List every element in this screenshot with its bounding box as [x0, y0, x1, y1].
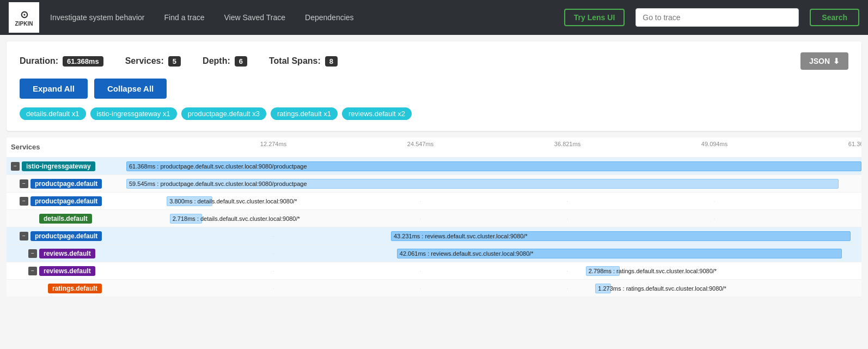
service-badge: productpage.default	[30, 231, 102, 241]
timeline-cell: ····2.718ms : details.default.svc.cluste…	[126, 211, 861, 226]
span-label: 61.368ms : productpage.default.svc.clust…	[129, 163, 307, 170]
goto-trace-input[interactable]	[635, 8, 799, 27]
span-bar[interactable]: 43.231ms : reviews.default.svc.cluster.l…	[391, 231, 851, 241]
download-icon: ⬇	[833, 57, 840, 65]
timeline-dot: ·	[567, 198, 568, 203]
trace-row[interactable]: −productpage.default····3.800ms : detail…	[7, 192, 861, 210]
services-column-header: Services	[7, 141, 126, 154]
service-badge: ratings.default	[48, 284, 102, 293]
span-bar[interactable]: 42.061ms : reviews.default.svc.cluster.l…	[397, 249, 842, 258]
total-spans-label: Total Spans:	[269, 56, 321, 66]
timeline-dot: ·	[567, 216, 568, 221]
depth-stat: Depth: 6	[203, 56, 247, 67]
trace-container: Services 12.274ms24.547ms36.821ms49.094m…	[7, 137, 861, 297]
timeline-dot: ·	[273, 233, 274, 238]
timeline-dot: ·	[567, 268, 568, 273]
service-cell: −reviews.default	[7, 264, 126, 278]
span-label: 1.273ms : ratings.default.svc.cluster.lo…	[598, 285, 726, 292]
json-label: JSON	[809, 57, 830, 65]
timeline-dot: ·	[273, 251, 274, 256]
time-label: 12.274ms	[260, 141, 286, 147]
service-cell: −productpage.default	[7, 177, 126, 191]
expand-icon[interactable]: −	[20, 197, 28, 206]
timeline-cell: ····2.798ms : ratings.default.svc.cluste…	[126, 263, 861, 279]
timeline-dot: ·	[420, 268, 421, 273]
timeline-header: Services 12.274ms24.547ms36.821ms49.094m…	[7, 137, 861, 158]
services-label: Services:	[125, 56, 164, 66]
service-tags: details.default x1istio-ingressgateway x…	[20, 107, 848, 120]
span-bar[interactable]: 61.368ms : productpage.default.svc.clust…	[126, 161, 861, 171]
expand-icon[interactable]: −	[28, 249, 37, 258]
time-label: 49.094ms	[701, 141, 728, 147]
span-bar[interactable]: 1.273ms : ratings.default.svc.cluster.lo…	[595, 284, 610, 293]
timeline-dot: ·	[567, 286, 568, 291]
depth-label: Depth:	[203, 56, 230, 66]
time-label: 61.368ms	[848, 141, 861, 147]
trace-row[interactable]: −reviews.default····42.061ms : reviews.d…	[7, 245, 861, 262]
expand-icon[interactable]: −	[28, 267, 37, 275]
service-cell: −productpage.default	[7, 194, 126, 208]
service-tag[interactable]: reviews.default x2	[342, 107, 412, 120]
service-tag[interactable]: details.default x1	[20, 107, 86, 120]
span-bar[interactable]: 2.798ms : ratings.default.svc.cluster.lo…	[586, 266, 620, 276]
service-cell: −reviews.default	[7, 246, 126, 261]
services-value: 5	[168, 56, 181, 67]
time-label: 36.821ms	[554, 141, 580, 147]
total-spans-stat: Total Spans: 8	[269, 56, 338, 67]
service-badge: details.default	[39, 214, 92, 224]
timeline-dot: ·	[273, 286, 274, 291]
time-label: 24.547ms	[407, 141, 433, 147]
services-stat: Services: 5	[125, 56, 181, 67]
logo-box: ⊙ ZIPKIN	[9, 2, 39, 33]
info-panel: Duration: 61.368ms Services: 5 Depth: 6 …	[7, 41, 861, 131]
logo-text: ZIPKIN	[15, 21, 33, 27]
timeline-dot: ·	[714, 198, 715, 203]
timeline-labels: 12.274ms24.547ms36.821ms49.094ms61.368ms	[126, 141, 861, 154]
span-label: 3.800ms : details.default.svc.cluster.lo…	[169, 198, 297, 204]
timeline-cell: ····61.368ms : productpage.default.svc.c…	[126, 159, 861, 174]
expand-icon[interactable]: −	[11, 162, 20, 171]
logo[interactable]: ⊙ ZIPKIN	[9, 2, 39, 33]
span-bar[interactable]: 2.718ms : details.default.svc.cluster.lo…	[170, 214, 202, 224]
pin-icon: ⊙	[20, 9, 28, 21]
timeline-cell: ····43.231ms : reviews.default.svc.clust…	[126, 228, 861, 244]
total-spans-value: 8	[325, 56, 338, 67]
service-cell: ratings.default	[7, 281, 126, 296]
trace-row[interactable]: −productpage.default····59.545ms : produ…	[7, 175, 861, 192]
search-button[interactable]: Search	[810, 9, 859, 26]
span-bar[interactable]: 59.545ms : productpage.default.svc.clust…	[126, 179, 839, 189]
view-saved-trace-link[interactable]: View Saved Trace	[219, 11, 290, 24]
expand-icon[interactable]: −	[20, 179, 28, 188]
find-trace-link[interactable]: Find a trace	[160, 11, 209, 24]
service-badge: reviews.default	[39, 266, 95, 276]
timeline-dot: ·	[714, 216, 715, 221]
trace-row[interactable]: details.default····2.718ms : details.def…	[7, 210, 861, 227]
span-bar[interactable]: 3.800ms : details.default.svc.cluster.lo…	[167, 196, 212, 206]
timeline-cell: ····3.800ms : details.default.svc.cluste…	[126, 194, 861, 209]
timeline-dot: ·	[420, 216, 421, 221]
trace-row[interactable]: −productpage.default····43.231ms : revie…	[7, 227, 861, 245]
timeline-cell: ····1.273ms : ratings.default.svc.cluste…	[126, 281, 861, 296]
timeline-cell: ····42.061ms : reviews.default.svc.clust…	[126, 246, 861, 261]
service-badge: istio-ingressgateway	[22, 161, 95, 171]
service-tag[interactable]: istio-ingressgateway x1	[90, 107, 177, 120]
service-badge: reviews.default	[39, 249, 95, 258]
trace-row[interactable]: −reviews.default····2.798ms : ratings.de…	[7, 262, 861, 280]
dependencies-link[interactable]: Dependencies	[301, 11, 358, 24]
service-tag[interactable]: ratings.default x1	[271, 107, 338, 120]
expand-icon[interactable]: −	[20, 232, 28, 240]
duration-label: Duration:	[20, 56, 58, 66]
trace-row[interactable]: −istio-ingressgateway····61.368ms : prod…	[7, 158, 861, 175]
service-cell: −productpage.default	[7, 229, 126, 243]
collapse-all-button[interactable]: Collapse All	[94, 79, 167, 99]
service-tag[interactable]: productpage.default x3	[181, 107, 266, 120]
timeline-dot: ·	[420, 198, 421, 203]
span-label: 59.545ms : productpage.default.svc.clust…	[129, 180, 307, 187]
json-button[interactable]: JSON ⬇	[800, 52, 848, 70]
stats-row: Duration: 61.368ms Services: 5 Depth: 6 …	[20, 52, 848, 70]
expand-all-button[interactable]: Expand All	[20, 79, 88, 99]
trace-row[interactable]: ratings.default····1.273ms : ratings.def…	[7, 280, 861, 297]
timeline-dot: ·	[273, 268, 274, 273]
try-lens-button[interactable]: Try Lens UI	[564, 9, 625, 26]
span-label: 2.718ms : details.default.svc.cluster.lo…	[173, 215, 300, 222]
